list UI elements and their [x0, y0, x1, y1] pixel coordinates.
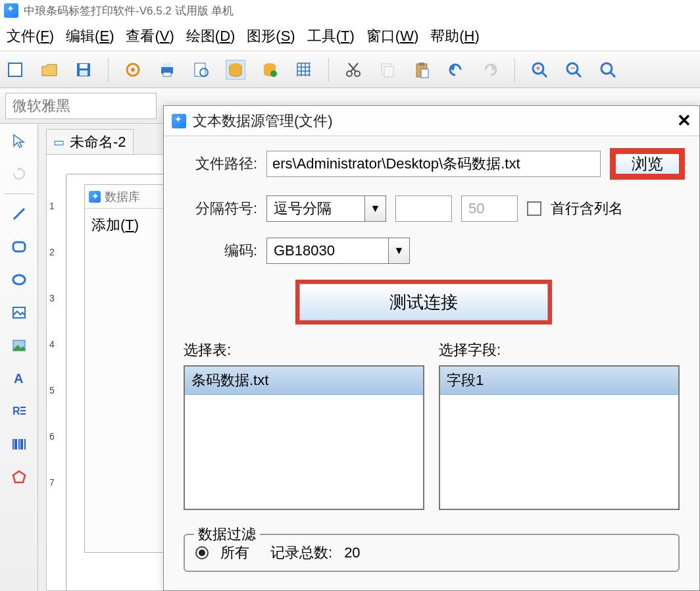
- svg-line-22: [542, 72, 547, 77]
- svg-text:+: +: [536, 63, 541, 73]
- database-green-icon[interactable]: [260, 60, 280, 80]
- grid-icon[interactable]: [294, 60, 314, 80]
- list-item[interactable]: 字段1: [440, 367, 678, 395]
- svg-point-27: [601, 63, 612, 74]
- image-color-tool-icon[interactable]: [6, 332, 32, 359]
- dialog-title: 文本数据源管理(文件): [193, 111, 333, 131]
- menu-file[interactable]: 文件(F): [7, 26, 54, 46]
- svg-line-25: [576, 72, 581, 77]
- close-icon[interactable]: ✕: [677, 111, 691, 131]
- db-panel-icon: [89, 191, 101, 203]
- data-filter-legend: 数据过滤: [194, 525, 260, 544]
- line-tool-icon[interactable]: [6, 201, 32, 227]
- path-label: 文件路径:: [178, 154, 257, 174]
- dialog-icon: [172, 114, 186, 128]
- list-item[interactable]: 条码数据.txt: [185, 367, 423, 395]
- menu-draw[interactable]: 绘图(D): [186, 26, 236, 46]
- main-toolbar: + −: [0, 51, 700, 88]
- settings-icon[interactable]: [123, 60, 143, 80]
- dialog-titlebar: 文本数据源管理(文件) ✕: [164, 106, 699, 136]
- svg-rect-0: [9, 63, 22, 76]
- table-listbox[interactable]: 条码数据.txt: [184, 365, 424, 510]
- save-icon[interactable]: [74, 60, 93, 80]
- test-connection-button[interactable]: 测试连接: [299, 284, 548, 321]
- pointer-tool-icon[interactable]: [6, 128, 32, 154]
- svg-rect-19: [419, 63, 424, 66]
- record-count-value: 20: [344, 544, 360, 561]
- polygon-tool-icon[interactable]: [6, 464, 32, 490]
- open-icon[interactable]: [39, 60, 59, 80]
- test-connection-highlight: 测试连接: [295, 280, 552, 324]
- encoding-label: 编码:: [178, 241, 257, 261]
- file-path-input[interactable]: [266, 151, 601, 177]
- svg-rect-20: [421, 69, 428, 78]
- svg-point-31: [13, 275, 25, 284]
- redo-icon[interactable]: [480, 60, 500, 80]
- filter-all-label: 所有: [220, 543, 249, 563]
- barcode-tool-icon[interactable]: [6, 431, 32, 457]
- svg-rect-17: [384, 66, 393, 77]
- field-listbox[interactable]: 字段1: [439, 365, 680, 510]
- svg-rect-3: [80, 70, 88, 76]
- cut-icon[interactable]: [343, 60, 363, 80]
- zoom-fit-icon[interactable]: [598, 60, 618, 80]
- roundrect-tool-icon[interactable]: [6, 234, 32, 260]
- menu-edit[interactable]: 编辑(E): [66, 26, 114, 46]
- text-tool-icon[interactable]: A: [6, 365, 32, 392]
- svg-text:R: R: [12, 405, 20, 417]
- svg-text:−: −: [570, 63, 576, 73]
- menu-view[interactable]: 查看(V): [126, 26, 174, 46]
- delimiter-label: 分隔符号:: [178, 199, 257, 218]
- data-filter-group: 数据过滤 所有 记录总数: 20: [184, 534, 680, 572]
- document-icon: ▭: [53, 135, 64, 149]
- record-count-label: 记录总数:: [270, 543, 332, 563]
- menu-bar: 文件(F) 编辑(E) 查看(V) 绘图(D) 图形(S) 工具(T) 窗口(W…: [0, 21, 700, 51]
- app-title: 中琅条码标签打印软件-V6.5.2 试用版 单机: [24, 3, 234, 18]
- database-icon[interactable]: [226, 60, 245, 80]
- menu-help[interactable]: 帮助(H): [430, 26, 480, 46]
- ellipse-tool-icon[interactable]: [6, 267, 32, 293]
- print-icon[interactable]: [157, 60, 177, 80]
- undo-icon[interactable]: [446, 60, 466, 80]
- svg-rect-30: [13, 242, 25, 251]
- ruler-vertical: 1 2 3 4 5 6 7: [47, 174, 66, 590]
- menu-window[interactable]: 窗口(W): [366, 26, 418, 46]
- svg-point-34: [15, 342, 18, 345]
- richtext-tool-icon[interactable]: R: [6, 398, 32, 424]
- menu-tool[interactable]: 工具(T): [307, 26, 355, 46]
- app-icon: [4, 3, 18, 18]
- print-preview-icon[interactable]: [191, 60, 211, 80]
- left-tool-palette: A R: [0, 124, 38, 591]
- image-outline-tool-icon[interactable]: [6, 299, 32, 326]
- encoding-select[interactable]: GB18030: [266, 238, 389, 264]
- rotate-tool-icon[interactable]: [6, 161, 32, 187]
- filter-all-radio[interactable]: [195, 546, 209, 559]
- svg-point-13: [270, 70, 277, 77]
- menu-shape[interactable]: 图形(S): [247, 26, 295, 46]
- sample-count-input: [461, 195, 518, 222]
- svg-rect-8: [163, 72, 171, 76]
- svg-rect-2: [80, 64, 88, 68]
- browse-button[interactable]: 浏览: [610, 148, 685, 180]
- titlebar: 中琅条码标签打印软件-V6.5.2 试用版 单机: [0, 0, 700, 21]
- chevron-down-icon[interactable]: ▼: [365, 195, 386, 222]
- paste-icon[interactable]: [412, 60, 432, 80]
- delimiter-select[interactable]: 逗号分隔: [266, 195, 365, 222]
- new-doc-icon[interactable]: [5, 60, 25, 80]
- document-tab-label: 未命名-2: [70, 132, 126, 152]
- svg-point-5: [131, 68, 135, 72]
- svg-line-28: [611, 72, 615, 77]
- db-panel-title: 数据库: [105, 189, 140, 205]
- document-tab[interactable]: ▭ 未命名-2: [46, 129, 134, 154]
- delimiter-extra-input[interactable]: [395, 195, 452, 222]
- zoom-out-icon[interactable]: −: [564, 60, 584, 80]
- first-row-columns-label: 首行含列名: [551, 199, 623, 218]
- svg-line-29: [14, 209, 24, 219]
- svg-text:A: A: [14, 371, 23, 386]
- font-name-input[interactable]: [5, 93, 157, 119]
- first-row-columns-checkbox[interactable]: [527, 201, 541, 216]
- chevron-down-icon[interactable]: ▼: [389, 238, 410, 264]
- copy-icon[interactable]: [378, 60, 397, 80]
- zoom-in-icon[interactable]: +: [530, 60, 549, 80]
- select-table-label: 选择表:: [184, 340, 424, 360]
